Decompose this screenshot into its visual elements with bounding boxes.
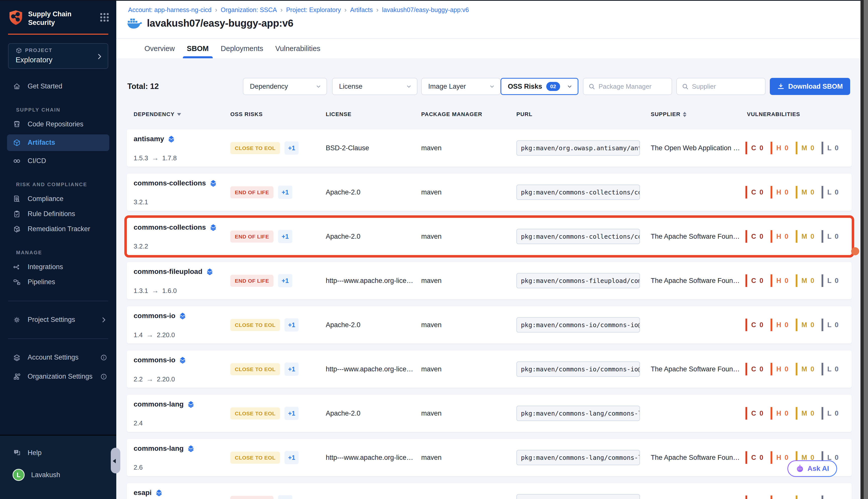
download-sbom-button[interactable]: Download SBOM [770, 78, 850, 95]
sort-desc-icon[interactable] [177, 113, 181, 116]
column-dependency[interactable]: DEPENDENCY [134, 111, 181, 118]
image-layer-filter-select[interactable]: Image Layer [421, 78, 500, 95]
app-switcher-icon[interactable] [100, 13, 109, 22]
sidebar-item-project-settings[interactable]: Project Settings [0, 312, 116, 327]
scrollbar-thumb[interactable] [864, 0, 868, 499]
vulnerability-counts: C 0 H 0 M 0 L 0 [745, 407, 839, 419]
sidebar-item-help[interactable]: ? Help [0, 445, 116, 460]
license-cell: Apache-2.0 [326, 321, 360, 329]
package-manager-search-input[interactable] [598, 83, 661, 90]
purl-chip[interactable]: pkg:maven/commons-io/commons-io@… [516, 317, 640, 333]
project-selector[interactable]: PROJECT Exploratory [8, 43, 108, 69]
column-oss-risks: OSS RISKS [230, 111, 263, 118]
license-filter-select[interactable]: License [332, 78, 418, 95]
breadcrumb-account[interactable]: Account: app-harness-ng-cicd [128, 6, 211, 14]
medium-count: M 0 [796, 407, 815, 419]
supplier-search-input[interactable] [692, 83, 755, 90]
high-count: H 0 [771, 230, 789, 243]
main-area: Account: app-harness-ng-cicd › Organizat… [116, 0, 868, 499]
purl-chip[interactable]: pkg:maven/commons-io/commons-io@… [516, 362, 640, 377]
info-icon[interactable] [100, 354, 107, 361]
layers-icon [210, 223, 217, 231]
low-count: L 0 [821, 496, 839, 499]
purl-chip[interactable]: pkg:maven/commons-lang/commons-l… [516, 406, 640, 421]
critical-count: C 0 [745, 451, 764, 464]
info-icon[interactable] [100, 373, 107, 380]
breadcrumb-artifacts[interactable]: Artifacts [350, 6, 373, 14]
sidebar-item-organization-settings[interactable]: Organization Settings [0, 369, 116, 384]
column-supplier[interactable]: SUPPLIER [651, 111, 686, 118]
low-count: L 0 [821, 363, 839, 375]
section-supply-chain: SUPPLY CHAIN [0, 107, 116, 113]
purl-chip[interactable]: pkg:maven/org.owasp.antisamy/ant… [516, 141, 640, 156]
oss-risk-more-badge[interactable]: +1 [278, 274, 292, 288]
table-row[interactable]: commons-lang 2.4 CLOSE TO EOL+1 Apache-2… [127, 395, 852, 432]
table-row[interactable]: commons-io 1.4→2.20.0 CLOSE TO EOL+1 Apa… [127, 306, 852, 343]
purl-chip[interactable]: pkg:maven/commons-collections/co… [516, 185, 640, 200]
purl-chip[interactable]: pkg:maven/commons-collections/co… [516, 229, 640, 244]
purl-chip[interactable]: pkg:maven/commons-fileupload/com… [516, 273, 640, 289]
tab-sbom[interactable]: SBOM [187, 39, 209, 58]
vulnerability-counts: C 0 H 0 M 0 L 0 [745, 275, 839, 287]
brand-underline [8, 34, 108, 35]
table-row[interactable]: esapi END OF LIFE+1 BSD, Creative Common… [127, 483, 852, 499]
tab-deployments[interactable]: Deployments [221, 39, 263, 58]
license-cell: Apache-2.0 [326, 188, 360, 196]
oss-risks-filter-select[interactable]: OSS Risks 02 [500, 78, 579, 95]
breadcrumb-artifact-name[interactable]: lavakush07/easy-buggy-app:v6 [382, 6, 469, 14]
upgrade-version: 2.20.0 [157, 375, 175, 383]
svg-text:?: ? [15, 450, 17, 453]
layers-icon [179, 312, 186, 320]
sidebar-collapse-handle[interactable] [111, 448, 120, 473]
supplier-cell: The Apache Software Foun… [651, 233, 740, 241]
table-row[interactable]: commons-lang 2.6 CLOSE TO EOL+1 http---w… [127, 439, 852, 476]
table-row[interactable]: commons-io 2.2→2.20.0 CLOSE TO EOL+1 htt… [127, 351, 852, 388]
purl-chip[interactable]: pkg:maven/org.owasp.esapi/esapi@… [516, 494, 640, 499]
chevron-right-icon [96, 53, 103, 60]
sidebar-item-account-settings[interactable]: Account Settings [0, 350, 116, 365]
oss-risk-badge: END OF LIFE [230, 230, 273, 242]
supplier-cell: The Apache Software Foun… [651, 277, 740, 285]
package-manager-cell: maven [421, 365, 442, 373]
oss-risk-more-badge[interactable]: +1 [285, 318, 299, 332]
home-icon [13, 82, 21, 90]
table-row[interactable]: commons-fileupload 1.3.1→1.6.0 END OF LI… [127, 262, 852, 299]
ask-ai-button[interactable]: Ask AI [788, 460, 837, 477]
user-menu[interactable]: L Lavakush [0, 467, 116, 483]
tab-overview[interactable]: Overview [145, 39, 175, 58]
breadcrumb-separator: › [341, 6, 350, 14]
breadcrumb-project[interactable]: Project: Exploratory [286, 6, 341, 14]
sidebar-item-remediation-tracker[interactable]: Remediation Tracker [0, 222, 116, 237]
oss-risk-more-badge[interactable]: +1 [278, 230, 292, 243]
sidebar-nav: Get Started SUPPLY CHAIN Code Repositori… [0, 79, 116, 384]
sidebar-item-rule-definitions[interactable]: Rule Definitions [0, 207, 116, 222]
table-row[interactable]: commons-collections 3.2.1 END OF LIFE+1 … [127, 174, 852, 211]
low-count: L 0 [821, 319, 839, 331]
high-count: H 0 [771, 186, 789, 198]
sidebar-item-artifacts[interactable]: Artifacts [7, 134, 109, 151]
table-row-highlighted[interactable]: commons-collections 3.2.2 END OF LIFE+1 … [127, 218, 852, 255]
sidebar-item-compliance[interactable]: Compliance [0, 192, 116, 207]
breadcrumb-organization[interactable]: Organization: SSCA [221, 6, 277, 14]
oss-risk-more-badge[interactable]: +1 [285, 142, 299, 155]
sidebar-item-get-started[interactable]: Get Started [0, 79, 116, 94]
remediation-cube-icon [13, 225, 21, 233]
sidebar-item-code-repositories[interactable]: Code Repositories [0, 117, 116, 132]
oss-risk-more-badge[interactable]: +1 [278, 495, 292, 499]
oss-risk-more-badge[interactable]: +1 [285, 451, 299, 464]
sidebar-item-pipelines[interactable]: Pipelines [0, 275, 116, 290]
sidebar-footer: ? Help L Lavakush [0, 435, 116, 499]
sidebar-item-integrations[interactable]: Integrations [0, 259, 116, 275]
sidebar-item-cicd[interactable]: CI/CD [0, 154, 116, 169]
tab-vulnerabilities[interactable]: Vulnerabilities [275, 39, 320, 58]
oss-risk-more-badge[interactable]: +1 [278, 186, 292, 199]
oss-risk-more-badge[interactable]: +1 [285, 363, 299, 376]
table-row[interactable]: antisamy 1.5.3→1.7.8 CLOSE TO EOL+1 BSD-… [127, 130, 852, 167]
low-count: L 0 [821, 186, 839, 198]
dependency-filter-select[interactable]: Dependency [243, 78, 327, 95]
purl-chip[interactable]: pkg:maven/commons-lang/commons-l… [516, 450, 640, 465]
sort-both-icon[interactable] [683, 112, 686, 117]
oss-risk-more-badge[interactable]: +1 [285, 407, 299, 420]
column-vulnerabilities: VULNERABILITIES [747, 111, 800, 118]
infinity-icon [13, 157, 21, 165]
